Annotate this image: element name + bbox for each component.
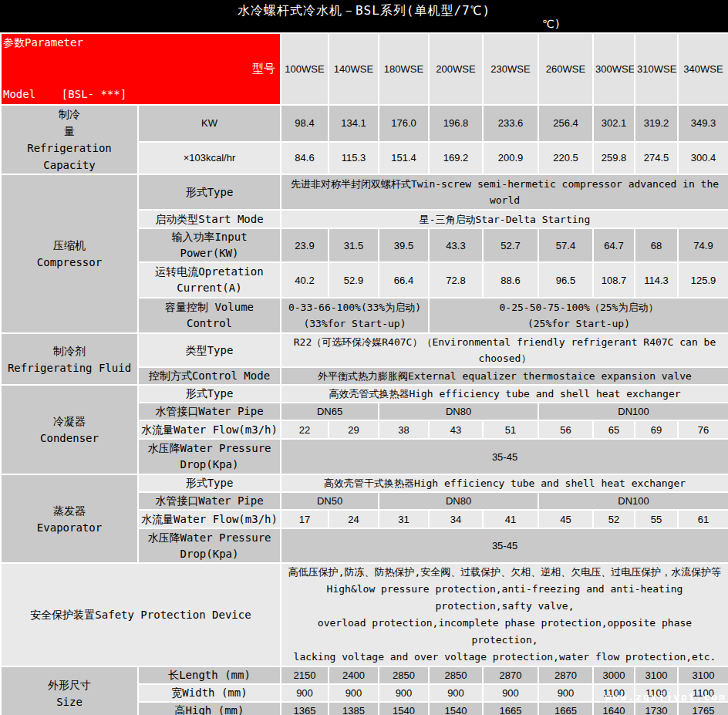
value-cell: 319.2 — [635, 105, 678, 142]
value-cell: 1540 — [429, 702, 483, 715]
parameter-model-inner: 参数Parameter 型号 Model [BSL- ***] — [2, 34, 280, 104]
value-cell: 349.3 — [678, 105, 728, 142]
value-cell: 96.5 — [538, 262, 593, 298]
row-compressor-type: 压缩机 Compressor 形式Type 先进非对称半封闭双螺杆式Twin-s… — [1, 174, 728, 210]
section-label-size: 外形尺寸 Size — [1, 666, 138, 715]
value-cell: 61 — [678, 510, 728, 528]
page-title: 水冷螺杆式冷水机－BSL系列(单机型/7℃) — [0, 0, 728, 18]
value-control-mode: 外平衡式热力膨胀阀External equalizer thermostaice… — [281, 367, 728, 385]
value-cell: 3100 — [678, 666, 728, 684]
value-refrigerant-type: R22（可选环保冷媒R407C）（Environmental friendly … — [281, 333, 728, 367]
value-cell: 55 — [635, 510, 678, 528]
value-cell: 1640 — [593, 702, 635, 715]
value-cell: 29 — [329, 420, 379, 439]
param-label-pressure-drop: 水压降Water Pressure Drop(Kpa) — [138, 439, 281, 474]
page-title-overflow: ℃) — [542, 18, 561, 30]
value-pipe-dn50: DN50 — [281, 492, 379, 510]
value-cell: 151.4 — [379, 142, 429, 174]
model-cn-label: 型号 — [252, 61, 278, 77]
param-label-water-pipe: 水管接口Water Pipe — [138, 492, 281, 510]
value-volume-left: 0-33-66-100%(33%为启动) (33%for Start-up) — [281, 298, 429, 333]
value-cell: 98.4 — [281, 105, 329, 142]
value-cell: 169.2 — [429, 142, 483, 174]
spec-table: 参数Parameter 型号 Model [BSL- ***] 100WSE14… — [0, 32, 728, 715]
row-capacity-kw: 制冷 量 Refrigeration Capacity KW 98.4134.1… — [1, 105, 728, 142]
model-header-cell: 140WSE — [329, 33, 379, 105]
section-label-evaporator: 蒸发器 Evaporator — [1, 474, 138, 563]
value-cell: 3100 — [635, 666, 678, 684]
value-cell: 52.9 — [329, 262, 379, 298]
value-cell: 259.8 — [593, 142, 635, 174]
value-cell: 72.8 — [429, 262, 483, 298]
param-label-input-power: 输入功率Input Power(KW) — [138, 228, 281, 262]
section-label-capacity: 制冷 量 Refrigeration Capacity — [1, 105, 138, 174]
value-cell: 65 — [593, 420, 635, 439]
value-pipe-dn65: DN65 — [281, 403, 379, 420]
param-label-start-mode: 启动类型Start Mode — [138, 210, 281, 228]
site-watermark: www.zgxjjypt.com — [605, 691, 726, 703]
row-condenser-type: 冷凝器 Condenser 形式Type 高效壳管式换热器High effici… — [1, 385, 728, 403]
value-cell: 1540 — [379, 702, 429, 715]
value-cell: 31.5 — [329, 228, 379, 262]
row-evaporator-type: 蒸发器 Evaporator 形式Type 高效壳管干式换热器High effi… — [1, 474, 728, 492]
value-pipe-dn80: DN80 — [379, 492, 538, 510]
param-label-type: 形式Type — [138, 474, 281, 492]
parameter-label: 参数Parameter — [3, 35, 278, 51]
value-cell: 3000 — [593, 666, 635, 684]
value-cell: 40.2 — [281, 262, 329, 298]
model-header-cell: 100WSE — [281, 33, 329, 105]
value-cell: 2850 — [429, 666, 483, 684]
value-cell: 22 — [281, 420, 329, 439]
value-cell: 302.1 — [593, 105, 635, 142]
value-cell: 900 — [483, 684, 538, 702]
value-cell: 2400 — [329, 666, 379, 684]
value-cell: 108.7 — [593, 262, 635, 298]
param-label-high: 高High (mm) — [138, 702, 281, 715]
value-evaporator-type: 高效壳管干式换热器High efficiency tube and shell … — [281, 474, 728, 492]
row-refrigerant-type: 制冷剂 Refrigerating Fluid 类型Type R22（可选环保冷… — [1, 333, 728, 367]
value-cell: 38 — [379, 420, 429, 439]
value-volume-right: 0-25-50-75-100%（25%为启动） (25%for Start-up… — [429, 298, 728, 333]
value-cell: 2850 — [379, 666, 429, 684]
value-cell: 1665 — [538, 702, 593, 715]
model-header-cell: 230WSE — [483, 33, 538, 105]
value-cell: 1365 — [281, 702, 329, 715]
value-cell: 274.5 — [635, 142, 678, 174]
param-label-water-flow: 水流量Water Flow(m3/h) — [138, 420, 281, 439]
value-cell: 34 — [429, 510, 483, 528]
value-condenser-type: 高效壳管式换热器High efficiency tube and shell h… — [281, 385, 728, 403]
value-cell: 900 — [429, 684, 483, 702]
value-cell: 2870 — [483, 666, 538, 684]
value-safety: 高低压保护,防冻、防热保护,安全阀、过载保护、欠相、逆相、欠电压、过电压保护，水… — [281, 563, 728, 666]
param-label-type: 形式Type — [138, 174, 281, 210]
value-cell: 76 — [678, 420, 728, 439]
model-header-cell: 180WSE — [379, 33, 429, 105]
param-label-water-flow: 水流量Water Flow(m3/h) — [138, 510, 281, 528]
value-cell: 84.6 — [281, 142, 329, 174]
title-bar: 水冷螺杆式冷水机－BSL系列(单机型/7℃) ℃) — [0, 0, 728, 32]
spec-sheet-page: 水冷螺杆式冷水机－BSL系列(单机型/7℃) ℃) 参数Parameter 型号… — [0, 0, 728, 715]
value-cell: 68 — [635, 228, 678, 262]
value-evaporator-drop: 35-45 — [281, 528, 728, 563]
value-cell: 1385 — [329, 702, 379, 715]
value-cell: 114.3 — [635, 262, 678, 298]
value-cell: 88.6 — [483, 262, 538, 298]
value-cell: 56 — [538, 420, 593, 439]
value-cell: 900 — [281, 684, 329, 702]
section-label-condenser: 冷凝器 Condenser — [1, 385, 138, 474]
param-label-pressure-drop: 水压降Water Pressure Drop(Kpa) — [138, 528, 281, 563]
value-cell: 1665 — [483, 702, 538, 715]
param-label-volume-control: 容量控制 Volume Control — [138, 298, 281, 333]
value-cell: 23.9 — [281, 228, 329, 262]
row-model-header: 参数Parameter 型号 Model [BSL- ***] 100WSE14… — [1, 33, 728, 105]
value-cell: 1730 — [635, 702, 678, 715]
param-label-current: 运转电流Opretation Current(A) — [138, 262, 281, 298]
value-cell: 125.9 — [678, 262, 728, 298]
value-cell: 900 — [538, 684, 593, 702]
value-cell: 134.1 — [329, 105, 379, 142]
model-header-cell: 200WSE — [429, 33, 483, 105]
value-cell: 31 — [379, 510, 429, 528]
param-label-control-mode: 控制方式Control Mode — [138, 367, 281, 385]
value-cell: 176.0 — [379, 105, 429, 142]
param-label-kcal: ×103kcal/hr — [138, 142, 281, 174]
